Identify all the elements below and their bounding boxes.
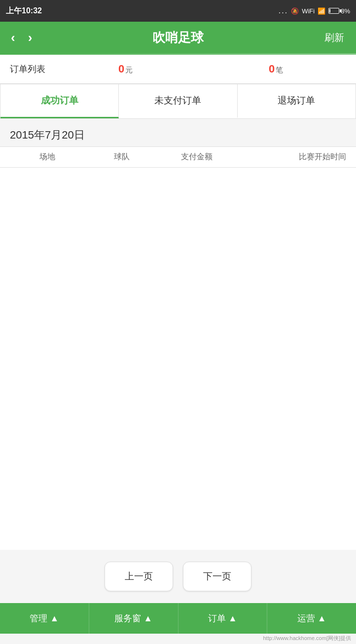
- status-icons: ... 🔕 WiFi 📶 8%: [279, 6, 350, 15]
- tab-success[interactable]: 成功订单: [0, 84, 119, 118]
- summary-row: 订单列表 0 元 0 笔: [0, 55, 356, 84]
- tab-row: 成功订单 未支付订单 退场订单: [0, 84, 356, 119]
- count-value: 0: [269, 63, 275, 75]
- nav-service[interactable]: 服务窗 ▲: [89, 603, 178, 634]
- signal-icon: 📶: [318, 7, 325, 15]
- dots-icon: ...: [279, 6, 288, 15]
- count-stat: 0 笔: [206, 63, 346, 75]
- status-time: 上午10:32: [6, 6, 42, 16]
- nav-manage[interactable]: 管理 ▲: [0, 603, 89, 634]
- col-team: 球队: [85, 152, 160, 162]
- amount-unit: 元: [125, 66, 133, 75]
- battery-body: [328, 8, 339, 14]
- summary-label: 订单列表: [10, 63, 45, 75]
- bottom-nav: 管理 ▲ 服务窗 ▲ 订单 ▲ 运营 ▲: [0, 603, 356, 634]
- tab-refund[interactable]: 退场订单: [238, 84, 356, 118]
- nav-operations[interactable]: 运营 ▲: [267, 603, 356, 634]
- header-nav: ‹ ›: [8, 28, 35, 47]
- amount-stat: 0 元: [55, 63, 196, 75]
- app-header: ‹ › 吹哨足球 刷新: [0, 22, 356, 53]
- status-bar: 上午10:32 ... 🔕 WiFi 📶 8%: [0, 0, 356, 22]
- pagination: 上一页 下一页: [0, 550, 356, 603]
- main-content: [0, 168, 356, 550]
- table-header: 场地 球队 支付金额 比赛开始时间: [0, 146, 356, 168]
- col-time: 比赛开始时间: [234, 152, 346, 162]
- col-amount: 支付金额: [159, 152, 234, 162]
- refresh-button[interactable]: 刷新: [320, 29, 348, 46]
- next-page-button[interactable]: 下一页: [183, 562, 251, 591]
- page-title: 吹哨足球: [35, 29, 320, 46]
- mute-icon: 🔕: [291, 7, 299, 15]
- watermark: http://www.hackhome.com[网侠]提供: [0, 634, 356, 644]
- wifi-icon: WiFi: [302, 7, 315, 15]
- forward-button[interactable]: ›: [25, 28, 36, 47]
- date-header: 2015年7月20日: [0, 119, 356, 146]
- prev-page-button[interactable]: 上一页: [105, 562, 173, 591]
- nav-order[interactable]: 订单 ▲: [178, 603, 268, 634]
- battery-indicator: 8%: [328, 7, 350, 15]
- col-venue: 场地: [10, 152, 85, 162]
- count-unit: 笔: [276, 66, 283, 75]
- battery-fill: [329, 9, 330, 13]
- battery-percent: 8%: [341, 7, 350, 15]
- back-button[interactable]: ‹: [8, 28, 18, 47]
- amount-value: 0: [118, 63, 124, 75]
- tab-unpaid[interactable]: 未支付订单: [119, 84, 237, 118]
